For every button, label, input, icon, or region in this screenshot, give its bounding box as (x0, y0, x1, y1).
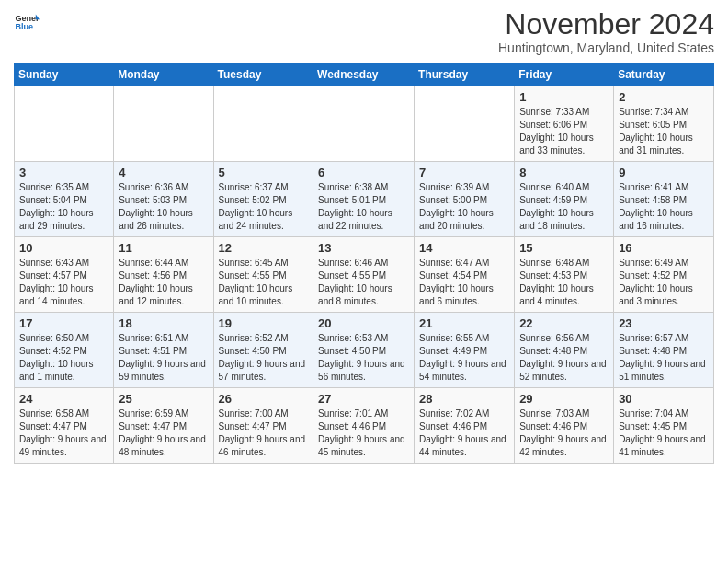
calendar-cell: 21Sunrise: 6:55 AM Sunset: 4:49 PM Dayli… (415, 313, 515, 388)
calendar-week-row: 3Sunrise: 6:35 AM Sunset: 5:04 PM Daylig… (15, 162, 714, 237)
day-number: 4 (119, 166, 208, 179)
calendar-cell: 25Sunrise: 6:59 AM Sunset: 4:47 PM Dayli… (114, 388, 213, 464)
day-number: 21 (419, 316, 509, 330)
day-number: 3 (19, 166, 108, 179)
day-info: Sunrise: 6:39 AM Sunset: 5:00 PM Dayligh… (419, 181, 509, 233)
calendar-cell: 19Sunrise: 6:52 AM Sunset: 4:50 PM Dayli… (213, 313, 313, 388)
day-number: 19 (219, 316, 309, 330)
day-info: Sunrise: 6:49 AM Sunset: 4:52 PM Dayligh… (619, 257, 709, 308)
calendar-cell: 27Sunrise: 7:01 AM Sunset: 4:46 PM Dayli… (313, 388, 415, 464)
day-of-week-header: Thursday (415, 63, 515, 86)
logo-icon: General Blue (14, 9, 40, 35)
day-of-week-header: Friday (515, 63, 614, 86)
day-number: 5 (219, 166, 309, 179)
day-info: Sunrise: 6:47 AM Sunset: 4:54 PM Dayligh… (419, 257, 509, 308)
day-info: Sunrise: 6:50 AM Sunset: 4:52 PM Dayligh… (19, 332, 108, 384)
day-info: Sunrise: 6:40 AM Sunset: 4:59 PM Dayligh… (519, 181, 609, 233)
logo: General Blue (14, 9, 40, 35)
day-number: 17 (19, 316, 108, 330)
day-number: 22 (519, 316, 609, 330)
day-info: Sunrise: 6:58 AM Sunset: 4:47 PM Dayligh… (19, 408, 108, 459)
day-number: 20 (318, 316, 409, 330)
calendar-cell: 17Sunrise: 6:50 AM Sunset: 4:52 PM Dayli… (15, 313, 114, 388)
day-number: 16 (619, 241, 709, 255)
day-info: Sunrise: 7:00 AM Sunset: 4:47 PM Dayligh… (219, 408, 309, 459)
day-number: 11 (119, 241, 208, 255)
day-number: 14 (419, 241, 509, 255)
calendar-cell: 24Sunrise: 6:58 AM Sunset: 4:47 PM Dayli… (15, 388, 114, 464)
calendar-cell (415, 86, 515, 162)
calendar-header-row: SundayMondayTuesdayWednesdayThursdayFrid… (15, 63, 714, 86)
day-number: 2 (619, 90, 709, 104)
day-number: 28 (419, 392, 509, 406)
calendar-week-row: 10Sunrise: 6:43 AM Sunset: 4:57 PM Dayli… (15, 237, 714, 313)
day-number: 12 (219, 241, 309, 255)
day-number: 10 (19, 241, 108, 255)
day-info: Sunrise: 6:41 AM Sunset: 4:58 PM Dayligh… (619, 181, 709, 233)
day-number: 24 (19, 392, 108, 406)
title-block: November 2024 Huntingtown, Maryland, Uni… (498, 9, 714, 55)
calendar-cell: 18Sunrise: 6:51 AM Sunset: 4:51 PM Dayli… (114, 313, 213, 388)
calendar-cell (114, 86, 213, 162)
day-of-week-header: Sunday (15, 63, 114, 86)
day-info: Sunrise: 7:04 AM Sunset: 4:45 PM Dayligh… (619, 408, 709, 459)
day-info: Sunrise: 6:36 AM Sunset: 5:03 PM Dayligh… (119, 181, 208, 233)
day-number: 25 (119, 392, 208, 406)
calendar-cell: 9Sunrise: 6:41 AM Sunset: 4:58 PM Daylig… (614, 162, 714, 237)
day-info: Sunrise: 6:53 AM Sunset: 4:50 PM Dayligh… (318, 332, 409, 384)
day-info: Sunrise: 6:56 AM Sunset: 4:48 PM Dayligh… (519, 332, 609, 384)
location: Huntingtown, Maryland, United States (498, 40, 714, 55)
day-number: 1 (519, 90, 609, 104)
calendar-cell: 3Sunrise: 6:35 AM Sunset: 5:04 PM Daylig… (15, 162, 114, 237)
day-info: Sunrise: 7:33 AM Sunset: 6:06 PM Dayligh… (519, 106, 609, 157)
calendar-cell (15, 86, 114, 162)
calendar-cell: 13Sunrise: 6:46 AM Sunset: 4:55 PM Dayli… (313, 237, 415, 313)
calendar-cell: 22Sunrise: 6:56 AM Sunset: 4:48 PM Dayli… (515, 313, 614, 388)
day-of-week-header: Tuesday (213, 63, 313, 86)
calendar-cell: 15Sunrise: 6:48 AM Sunset: 4:53 PM Dayli… (515, 237, 614, 313)
calendar-cell: 2Sunrise: 7:34 AM Sunset: 6:05 PM Daylig… (614, 86, 714, 162)
day-number: 27 (318, 392, 409, 406)
calendar-cell: 20Sunrise: 6:53 AM Sunset: 4:50 PM Dayli… (313, 313, 415, 388)
calendar-week-row: 24Sunrise: 6:58 AM Sunset: 4:47 PM Dayli… (15, 388, 714, 464)
calendar-cell: 28Sunrise: 7:02 AM Sunset: 4:46 PM Dayli… (415, 388, 515, 464)
day-number: 26 (219, 392, 309, 406)
day-number: 18 (119, 316, 208, 330)
day-info: Sunrise: 6:35 AM Sunset: 5:04 PM Dayligh… (19, 181, 108, 233)
day-info: Sunrise: 6:55 AM Sunset: 4:49 PM Dayligh… (419, 332, 509, 384)
calendar-cell: 30Sunrise: 7:04 AM Sunset: 4:45 PM Dayli… (614, 388, 714, 464)
calendar-cell: 1Sunrise: 7:33 AM Sunset: 6:06 PM Daylig… (515, 86, 614, 162)
day-info: Sunrise: 6:46 AM Sunset: 4:55 PM Dayligh… (318, 257, 409, 308)
calendar-table: SundayMondayTuesdayWednesdayThursdayFrid… (14, 63, 714, 464)
day-number: 23 (619, 316, 709, 330)
day-number: 7 (419, 166, 509, 179)
calendar-cell: 4Sunrise: 6:36 AM Sunset: 5:03 PM Daylig… (114, 162, 213, 237)
day-info: Sunrise: 6:38 AM Sunset: 5:01 PM Dayligh… (318, 181, 409, 233)
calendar-week-row: 17Sunrise: 6:50 AM Sunset: 4:52 PM Dayli… (15, 313, 714, 388)
calendar-cell (313, 86, 415, 162)
calendar-cell (213, 86, 313, 162)
day-number: 13 (318, 241, 409, 255)
day-number: 30 (619, 392, 709, 406)
day-of-week-header: Wednesday (313, 63, 415, 86)
day-info: Sunrise: 7:34 AM Sunset: 6:05 PM Dayligh… (619, 106, 709, 157)
calendar-cell: 23Sunrise: 6:57 AM Sunset: 4:48 PM Dayli… (614, 313, 714, 388)
calendar-cell: 5Sunrise: 6:37 AM Sunset: 5:02 PM Daylig… (213, 162, 313, 237)
day-number: 29 (519, 392, 609, 406)
day-number: 6 (318, 166, 409, 179)
calendar-cell: 29Sunrise: 7:03 AM Sunset: 4:46 PM Dayli… (515, 388, 614, 464)
month-title: November 2024 (498, 9, 714, 39)
day-info: Sunrise: 6:52 AM Sunset: 4:50 PM Dayligh… (219, 332, 309, 384)
day-info: Sunrise: 7:02 AM Sunset: 4:46 PM Dayligh… (419, 408, 509, 459)
day-number: 15 (519, 241, 609, 255)
day-info: Sunrise: 6:51 AM Sunset: 4:51 PM Dayligh… (119, 332, 208, 384)
calendar-cell: 7Sunrise: 6:39 AM Sunset: 5:00 PM Daylig… (415, 162, 515, 237)
day-info: Sunrise: 6:59 AM Sunset: 4:47 PM Dayligh… (119, 408, 208, 459)
calendar-cell: 11Sunrise: 6:44 AM Sunset: 4:56 PM Dayli… (114, 237, 213, 313)
day-info: Sunrise: 7:03 AM Sunset: 4:46 PM Dayligh… (519, 408, 609, 459)
day-number: 8 (519, 166, 609, 179)
day-info: Sunrise: 6:48 AM Sunset: 4:53 PM Dayligh… (519, 257, 609, 308)
svg-text:Blue: Blue (15, 22, 33, 31)
calendar-cell: 8Sunrise: 6:40 AM Sunset: 4:59 PM Daylig… (515, 162, 614, 237)
day-number: 9 (619, 166, 709, 179)
